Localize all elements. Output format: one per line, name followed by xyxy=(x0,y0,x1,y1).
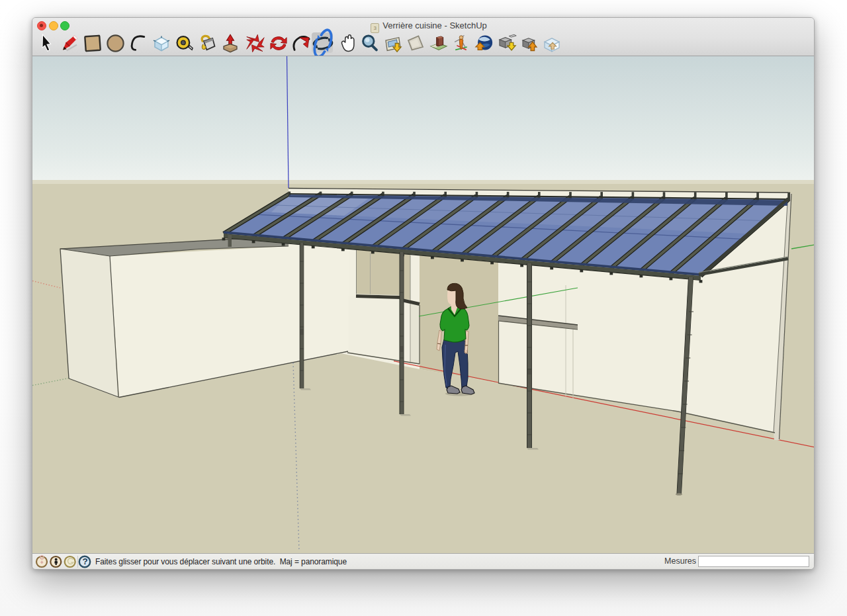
svg-text:?: ? xyxy=(82,556,87,566)
